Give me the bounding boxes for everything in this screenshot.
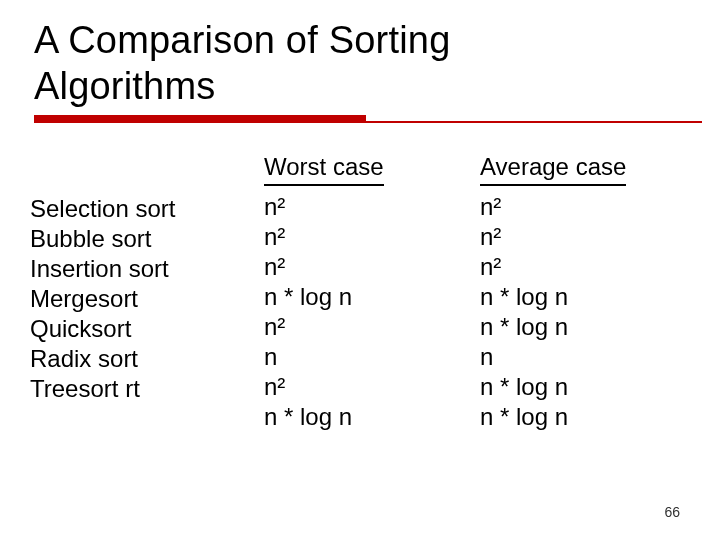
average-value: n * log n (480, 402, 696, 432)
algo-name: Treesort rt (30, 374, 264, 404)
slide-title: A Comparison of Sorting Algorithms (0, 0, 720, 109)
algo-name: Radix sort (30, 344, 264, 374)
title-line-2: Algorithms (34, 65, 216, 107)
rule-thick (34, 115, 366, 123)
average-value: n² (480, 192, 696, 222)
page-number: 66 (664, 504, 680, 520)
comparison-table: Selection sort Bubble sort Insertion sor… (30, 152, 696, 432)
worst-case-header: Worst case (264, 152, 384, 186)
average-value: n * log n (480, 372, 696, 402)
average-value: n * log n (480, 282, 696, 312)
worst-case-column: Worst case n² n² n² n * log n n² n n² n … (264, 152, 480, 432)
title-underline (0, 115, 720, 123)
average-value: n² (480, 222, 696, 252)
algo-name: Quicksort (30, 314, 264, 344)
slide: A Comparison of Sorting Algorithms Selec… (0, 0, 720, 540)
algorithm-column: Selection sort Bubble sort Insertion sor… (30, 152, 264, 432)
worst-value: n² (264, 252, 480, 282)
average-value: n² (480, 252, 696, 282)
average-value: n * log n (480, 312, 696, 342)
worst-value: n² (264, 222, 480, 252)
average-case-header: Average case (480, 152, 626, 186)
algo-name: Selection sort (30, 194, 264, 224)
rule-thin (366, 121, 702, 123)
algo-name: Bubble sort (30, 224, 264, 254)
worst-value: n * log n (264, 402, 480, 432)
worst-value: n² (264, 312, 480, 342)
worst-value: n² (264, 372, 480, 402)
algo-name: Mergesort (30, 284, 264, 314)
average-case-column: Average case n² n² n² n * log n n * log … (480, 152, 696, 432)
worst-value: n * log n (264, 282, 480, 312)
average-value: n (480, 342, 696, 372)
title-line-1: A Comparison of Sorting (34, 19, 450, 61)
worst-value: n (264, 342, 480, 372)
worst-value: n² (264, 192, 480, 222)
algo-name: Insertion sort (30, 254, 264, 284)
